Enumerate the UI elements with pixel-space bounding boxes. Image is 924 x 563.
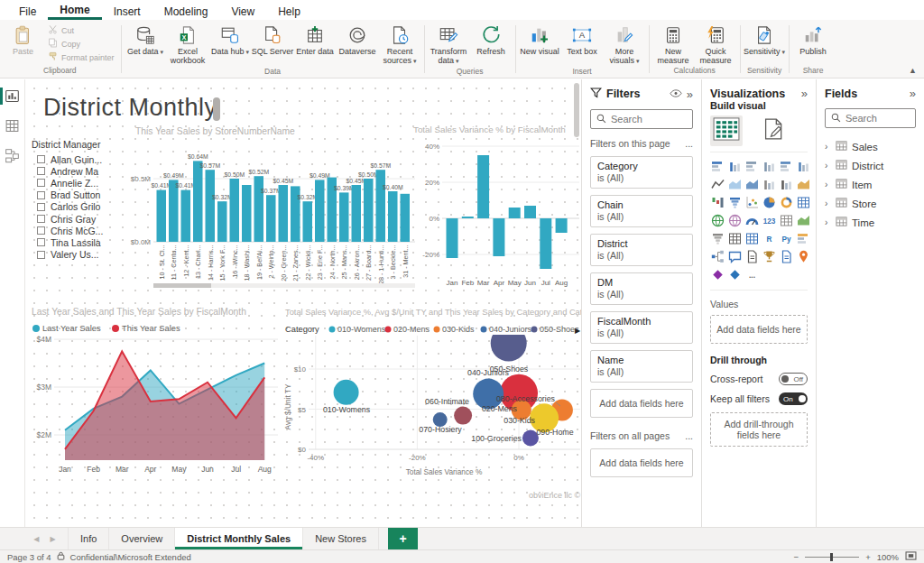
quick-measure-button[interactable]: Quick measure (695, 21, 737, 65)
menu-view[interactable]: View (219, 3, 266, 20)
filter-card-name[interactable]: Nameis (All) (590, 350, 693, 383)
donut-chart-icon[interactable] (779, 195, 794, 210)
smart-narrative-icon[interactable] (744, 249, 760, 264)
enter-data-button[interactable]: Enter data (294, 21, 337, 56)
slicer-item[interactable]: Carlos Grilo (37, 201, 103, 213)
chevron-right-icon[interactable]: › (825, 161, 831, 171)
checkbox[interactable] (37, 167, 45, 175)
treemap-icon[interactable] (796, 195, 811, 210)
store-sales-bar-chart[interactable]: This Year Sales by StoreNumberName$0.5M$… (126, 125, 419, 305)
menu-modeling[interactable]: Modeling (152, 3, 220, 20)
r-script-visual-icon[interactable]: R (762, 231, 777, 246)
sensitivity-button[interactable]: Sensitivity ▾ (744, 21, 786, 57)
new-page-button[interactable]: + (388, 528, 418, 549)
filled-map-icon[interactable] (727, 213, 743, 228)
get-data-button[interactable]: Get data ▾ (125, 21, 167, 57)
slicer-item[interactable]: Annelie Z... (37, 177, 103, 189)
page-title[interactable]: District Monthly (43, 94, 217, 122)
chevron-right-icon[interactable]: › (825, 180, 831, 189)
text-box-button[interactable]: AText box (561, 21, 604, 56)
chevron-right-icon[interactable]: › (825, 217, 831, 227)
checkbox[interactable] (37, 251, 45, 259)
funnel-chart-icon[interactable] (727, 195, 743, 210)
filter-card-chain[interactable]: Chainis (All) (590, 195, 693, 227)
chevron-right-icon[interactable]: › (825, 142, 831, 152)
menu-home[interactable]: Home (48, 1, 101, 20)
variance-column-chart[interactable]: Total Sales Variance % by FiscalMonth40%… (410, 121, 581, 300)
all-pages-filters-add-field[interactable]: Add data fields here (590, 448, 693, 477)
sales-area-chart[interactable]: Last Year Sales and This Year Sales by F… (27, 303, 283, 485)
fields-search-input[interactable] (845, 113, 910, 124)
canvas-scrollbar[interactable] (574, 83, 579, 137)
publish-button[interactable]: Publish (792, 21, 835, 56)
filter-card-dm[interactable]: DMis (All) (590, 272, 693, 305)
slicer-item[interactable]: Allan Guin... (37, 153, 103, 165)
fields-item-item[interactable]: ›Item (825, 175, 916, 194)
page-filters-add-field[interactable]: Add data fields here (590, 389, 693, 418)
menu-help[interactable]: Help (266, 3, 312, 20)
metrics-icon[interactable] (762, 249, 777, 264)
model-view-icon[interactable] (0, 148, 24, 163)
filter-card-district[interactable]: Districtis (All) (590, 234, 693, 266)
zoom-in-icon[interactable]: + (865, 552, 871, 562)
menu-insert[interactable]: Insert (102, 3, 152, 20)
data-view-icon[interactable] (0, 118, 24, 134)
new-measure-button[interactable]: New measure (652, 21, 695, 65)
checkbox[interactable] (37, 226, 45, 235)
cut-button[interactable]: Cut (44, 24, 118, 36)
tab-info[interactable]: Info (69, 528, 109, 549)
decomposition-tree-icon[interactable] (710, 249, 725, 264)
cross-report-toggle[interactable]: Off (779, 373, 808, 385)
stacked-column-chart-icon[interactable] (727, 159, 743, 174)
data-hub-button[interactable]: Data hub ▾ (209, 21, 252, 57)
chevron-right-icon[interactable]: › (825, 198, 831, 208)
excel-workbook-button[interactable]: XExcel workbook (167, 21, 209, 65)
category-bubble-chart[interactable]: Total Sales Variance %, Avg $/Unit TY an… (282, 303, 582, 487)
fields-item-district[interactable]: ›District (825, 156, 916, 175)
tab-new-stores[interactable]: New Stores (303, 528, 379, 549)
paginated-report-icon[interactable] (779, 249, 794, 264)
transform-data-button[interactable]: Transform data ▾ (428, 21, 470, 66)
zoom-out-icon[interactable]: − (794, 552, 799, 562)
gauge-icon[interactable] (744, 213, 760, 228)
section-menu-icon[interactable]: ... (685, 138, 693, 149)
build-visual-tab[interactable] (710, 115, 743, 146)
100-stacked-bar-chart-icon[interactable] (779, 159, 794, 174)
stacked-area-chart-icon[interactable] (744, 177, 760, 192)
filters-search-input[interactable] (611, 114, 687, 125)
line-chart-icon[interactable] (710, 177, 725, 192)
stacked-bar-chart-icon[interactable] (710, 159, 725, 174)
eye-icon[interactable] (670, 88, 682, 100)
recent-sources-button[interactable]: Recent sources ▾ (379, 21, 421, 66)
kpi-icon[interactable] (796, 213, 811, 228)
slicer-item[interactable]: Chris Gray (37, 213, 103, 225)
collapse-pane-icon[interactable]: » (801, 87, 808, 100)
checkbox[interactable] (37, 238, 45, 246)
ribbon-chart-icon[interactable] (796, 177, 811, 192)
fields-item-time[interactable]: ›Time (825, 213, 916, 232)
report-view-icon[interactable] (0, 88, 24, 104)
line-and-stacked-column-chart-icon[interactable] (762, 177, 777, 192)
power-automate-icon[interactable] (727, 267, 743, 282)
qa-visual-icon[interactable] (727, 249, 743, 264)
clustered-column-chart-icon[interactable] (762, 159, 777, 174)
new-visual-button[interactable]: New visual (519, 21, 561, 56)
values-add-field[interactable]: Add data fields here (710, 315, 808, 344)
map-icon[interactable] (710, 213, 725, 228)
slicer-item[interactable]: Tina Lassila (37, 236, 103, 248)
slicer-item[interactable]: Andrew Ma (37, 165, 103, 177)
100-stacked-column-chart-icon[interactable] (796, 159, 811, 174)
fit-to-page-icon[interactable] (905, 551, 917, 562)
pie-chart-icon[interactable] (762, 195, 777, 210)
report-canvas[interactable]: District Monthly District Manager Allan … (25, 79, 582, 527)
slicer-item[interactable]: Brad Sutton (37, 189, 103, 201)
title-selection-handle[interactable] (213, 97, 220, 121)
menu-file[interactable]: File (7, 3, 48, 20)
scatter-chart-icon[interactable] (744, 195, 760, 210)
page-nav-arrows[interactable]: ◀▶ (22, 528, 69, 549)
checkbox[interactable] (37, 203, 45, 211)
arcgis-map-icon[interactable] (796, 249, 811, 264)
section-menu-icon[interactable]: ... (685, 430, 693, 441)
more-visuals-button[interactable]: More visuals ▾ (604, 21, 646, 66)
format-painter-button[interactable]: Format painter (44, 51, 118, 63)
